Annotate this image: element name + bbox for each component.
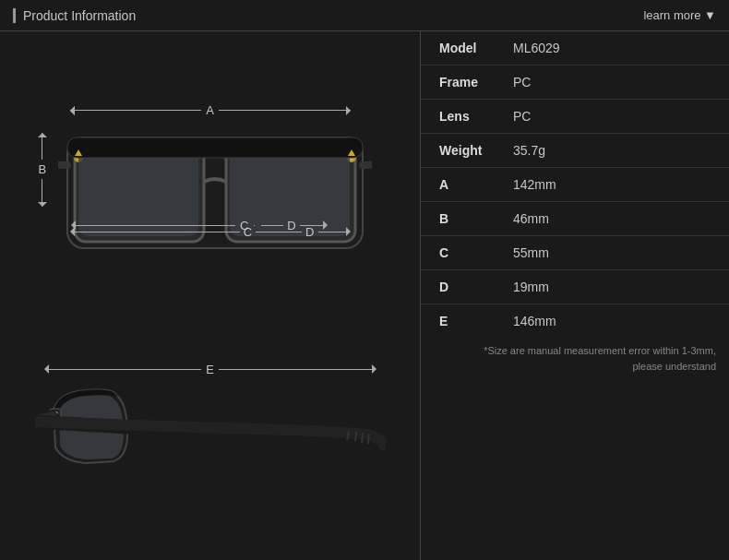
- spec-key: Weight: [439, 143, 513, 158]
- spec-key: E: [439, 314, 513, 328]
- label-b: B: [39, 160, 47, 179]
- label-a: A: [201, 103, 219, 117]
- svg-line-17: [355, 432, 356, 441]
- spec-value: PC: [513, 109, 531, 124]
- side-view-container: E: [26, 353, 395, 515]
- spec-value: ML6029: [513, 41, 560, 55]
- glasses-side-svg: [35, 374, 386, 507]
- front-view-container: A B: [26, 77, 395, 290]
- spec-key: Model: [439, 41, 513, 55]
- label-d: D: [283, 219, 299, 232]
- spec-row: A142mm: [421, 168, 729, 202]
- cd-line-full: C D: [70, 232, 351, 232]
- arrow-b: B: [39, 133, 47, 207]
- spec-key: Lens: [439, 109, 513, 124]
- spec-key: C: [439, 245, 513, 260]
- footnote: *Size are manual measurement error withi…: [421, 338, 729, 379]
- spec-value: PC: [513, 75, 531, 89]
- spec-value: 19mm: [513, 280, 549, 294]
- spec-row: B46mm: [421, 202, 729, 236]
- svg-line-19: [368, 434, 369, 444]
- spec-key: Frame: [439, 75, 513, 89]
- spec-row: FramePC: [421, 66, 729, 100]
- spec-row: ModelML6029: [421, 31, 729, 66]
- page-title: Product Information: [13, 8, 136, 23]
- spec-value: 35.7g: [513, 143, 545, 158]
- arrow-a: A: [70, 103, 351, 117]
- spec-row: Weight35.7g: [421, 134, 729, 168]
- specs-table: ModelML6029FramePCLensPCWeight35.7gA142m…: [421, 31, 729, 338]
- spec-value: 146mm: [513, 314, 556, 328]
- learn-more-link[interactable]: learn more ▼: [643, 8, 716, 22]
- spec-row: E146mm: [421, 304, 729, 338]
- spec-key: A: [439, 177, 513, 192]
- spec-key: D: [439, 280, 513, 294]
- spec-row: D19mm: [421, 270, 729, 304]
- page-header: Product Information learn more ▼: [0, 0, 729, 31]
- svg-line-18: [362, 433, 363, 443]
- arrow-c: C: [70, 219, 255, 232]
- specs-panel: ModelML6029FramePCLensPCWeight35.7gA142m…: [420, 31, 729, 560]
- spec-row: C55mm: [421, 236, 729, 270]
- glasses-front-svg: [58, 119, 372, 276]
- diagram-panel: A B: [0, 31, 420, 560]
- spec-key: B: [439, 211, 513, 226]
- spec-value: 142mm: [513, 177, 556, 192]
- svg-rect-9: [67, 137, 363, 158]
- spec-row: LensPC: [421, 100, 729, 134]
- main-content: A B: [0, 31, 729, 560]
- spec-value: 55mm: [513, 245, 549, 260]
- spec-value: 46mm: [513, 211, 549, 226]
